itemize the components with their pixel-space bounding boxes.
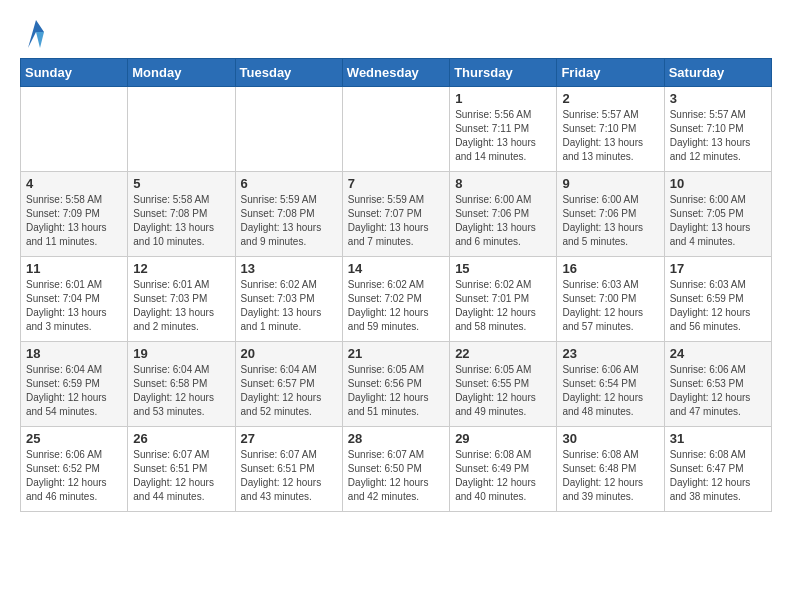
day-cell: 27Sunrise: 6:07 AM Sunset: 6:51 PM Dayli…	[235, 427, 342, 512]
day-info: Sunrise: 6:07 AM Sunset: 6:51 PM Dayligh…	[133, 448, 229, 504]
day-info: Sunrise: 5:58 AM Sunset: 7:09 PM Dayligh…	[26, 193, 122, 249]
day-cell: 10Sunrise: 6:00 AM Sunset: 7:05 PM Dayli…	[664, 172, 771, 257]
day-info: Sunrise: 5:57 AM Sunset: 7:10 PM Dayligh…	[670, 108, 766, 164]
day-info: Sunrise: 6:04 AM Sunset: 6:57 PM Dayligh…	[241, 363, 337, 419]
day-cell: 12Sunrise: 6:01 AM Sunset: 7:03 PM Dayli…	[128, 257, 235, 342]
header-row: SundayMondayTuesdayWednesdayThursdayFrid…	[21, 59, 772, 87]
day-cell: 7Sunrise: 5:59 AM Sunset: 7:07 PM Daylig…	[342, 172, 449, 257]
day-info: Sunrise: 6:02 AM Sunset: 7:02 PM Dayligh…	[348, 278, 444, 334]
day-cell: 31Sunrise: 6:08 AM Sunset: 6:47 PM Dayli…	[664, 427, 771, 512]
day-number: 1	[455, 91, 551, 106]
day-number: 28	[348, 431, 444, 446]
day-cell: 23Sunrise: 6:06 AM Sunset: 6:54 PM Dayli…	[557, 342, 664, 427]
day-info: Sunrise: 6:01 AM Sunset: 7:04 PM Dayligh…	[26, 278, 122, 334]
day-cell	[235, 87, 342, 172]
day-info: Sunrise: 6:08 AM Sunset: 6:49 PM Dayligh…	[455, 448, 551, 504]
day-number: 20	[241, 346, 337, 361]
day-info: Sunrise: 6:05 AM Sunset: 6:55 PM Dayligh…	[455, 363, 551, 419]
col-header-wednesday: Wednesday	[342, 59, 449, 87]
day-cell: 9Sunrise: 6:00 AM Sunset: 7:06 PM Daylig…	[557, 172, 664, 257]
day-number: 24	[670, 346, 766, 361]
day-cell: 6Sunrise: 5:59 AM Sunset: 7:08 PM Daylig…	[235, 172, 342, 257]
day-info: Sunrise: 6:00 AM Sunset: 7:06 PM Dayligh…	[455, 193, 551, 249]
day-cell: 26Sunrise: 6:07 AM Sunset: 6:51 PM Dayli…	[128, 427, 235, 512]
day-cell	[21, 87, 128, 172]
week-row-2: 4Sunrise: 5:58 AM Sunset: 7:09 PM Daylig…	[21, 172, 772, 257]
week-row-5: 25Sunrise: 6:06 AM Sunset: 6:52 PM Dayli…	[21, 427, 772, 512]
day-number: 22	[455, 346, 551, 361]
day-info: Sunrise: 6:02 AM Sunset: 7:03 PM Dayligh…	[241, 278, 337, 334]
day-number: 5	[133, 176, 229, 191]
day-cell	[342, 87, 449, 172]
day-number: 29	[455, 431, 551, 446]
day-info: Sunrise: 6:00 AM Sunset: 7:05 PM Dayligh…	[670, 193, 766, 249]
day-cell: 20Sunrise: 6:04 AM Sunset: 6:57 PM Dayli…	[235, 342, 342, 427]
day-number: 16	[562, 261, 658, 276]
day-info: Sunrise: 6:07 AM Sunset: 6:50 PM Dayligh…	[348, 448, 444, 504]
day-cell: 3Sunrise: 5:57 AM Sunset: 7:10 PM Daylig…	[664, 87, 771, 172]
week-row-3: 11Sunrise: 6:01 AM Sunset: 7:04 PM Dayli…	[21, 257, 772, 342]
day-number: 2	[562, 91, 658, 106]
day-info: Sunrise: 6:00 AM Sunset: 7:06 PM Dayligh…	[562, 193, 658, 249]
col-header-thursday: Thursday	[450, 59, 557, 87]
day-cell: 21Sunrise: 6:05 AM Sunset: 6:56 PM Dayli…	[342, 342, 449, 427]
logo-icon	[26, 20, 46, 48]
col-header-sunday: Sunday	[21, 59, 128, 87]
day-info: Sunrise: 6:08 AM Sunset: 6:48 PM Dayligh…	[562, 448, 658, 504]
day-info: Sunrise: 6:01 AM Sunset: 7:03 PM Dayligh…	[133, 278, 229, 334]
day-number: 3	[670, 91, 766, 106]
day-number: 13	[241, 261, 337, 276]
col-header-tuesday: Tuesday	[235, 59, 342, 87]
day-cell: 30Sunrise: 6:08 AM Sunset: 6:48 PM Dayli…	[557, 427, 664, 512]
day-number: 11	[26, 261, 122, 276]
day-cell: 28Sunrise: 6:07 AM Sunset: 6:50 PM Dayli…	[342, 427, 449, 512]
day-cell	[128, 87, 235, 172]
day-number: 18	[26, 346, 122, 361]
day-cell: 5Sunrise: 5:58 AM Sunset: 7:08 PM Daylig…	[128, 172, 235, 257]
day-number: 7	[348, 176, 444, 191]
day-number: 9	[562, 176, 658, 191]
day-number: 21	[348, 346, 444, 361]
day-cell: 2Sunrise: 5:57 AM Sunset: 7:10 PM Daylig…	[557, 87, 664, 172]
day-info: Sunrise: 6:03 AM Sunset: 6:59 PM Dayligh…	[670, 278, 766, 334]
day-cell: 25Sunrise: 6:06 AM Sunset: 6:52 PM Dayli…	[21, 427, 128, 512]
day-cell: 18Sunrise: 6:04 AM Sunset: 6:59 PM Dayli…	[21, 342, 128, 427]
day-number: 26	[133, 431, 229, 446]
day-cell: 14Sunrise: 6:02 AM Sunset: 7:02 PM Dayli…	[342, 257, 449, 342]
day-cell: 1Sunrise: 5:56 AM Sunset: 7:11 PM Daylig…	[450, 87, 557, 172]
logo	[20, 20, 46, 48]
day-info: Sunrise: 5:58 AM Sunset: 7:08 PM Dayligh…	[133, 193, 229, 249]
day-number: 12	[133, 261, 229, 276]
day-info: Sunrise: 5:57 AM Sunset: 7:10 PM Dayligh…	[562, 108, 658, 164]
week-row-1: 1Sunrise: 5:56 AM Sunset: 7:11 PM Daylig…	[21, 87, 772, 172]
day-info: Sunrise: 5:59 AM Sunset: 7:07 PM Dayligh…	[348, 193, 444, 249]
day-number: 19	[133, 346, 229, 361]
col-header-friday: Friday	[557, 59, 664, 87]
day-number: 25	[26, 431, 122, 446]
page-header	[20, 20, 772, 48]
day-number: 17	[670, 261, 766, 276]
day-info: Sunrise: 6:06 AM Sunset: 6:53 PM Dayligh…	[670, 363, 766, 419]
day-info: Sunrise: 6:03 AM Sunset: 7:00 PM Dayligh…	[562, 278, 658, 334]
day-number: 15	[455, 261, 551, 276]
day-number: 4	[26, 176, 122, 191]
day-number: 14	[348, 261, 444, 276]
day-info: Sunrise: 5:56 AM Sunset: 7:11 PM Dayligh…	[455, 108, 551, 164]
day-cell: 24Sunrise: 6:06 AM Sunset: 6:53 PM Dayli…	[664, 342, 771, 427]
day-info: Sunrise: 6:04 AM Sunset: 6:58 PM Dayligh…	[133, 363, 229, 419]
day-info: Sunrise: 6:08 AM Sunset: 6:47 PM Dayligh…	[670, 448, 766, 504]
svg-marker-1	[36, 32, 44, 48]
day-number: 6	[241, 176, 337, 191]
day-number: 23	[562, 346, 658, 361]
day-cell: 19Sunrise: 6:04 AM Sunset: 6:58 PM Dayli…	[128, 342, 235, 427]
day-number: 30	[562, 431, 658, 446]
day-cell: 13Sunrise: 6:02 AM Sunset: 7:03 PM Dayli…	[235, 257, 342, 342]
day-number: 27	[241, 431, 337, 446]
day-cell: 15Sunrise: 6:02 AM Sunset: 7:01 PM Dayli…	[450, 257, 557, 342]
day-cell: 17Sunrise: 6:03 AM Sunset: 6:59 PM Dayli…	[664, 257, 771, 342]
day-cell: 11Sunrise: 6:01 AM Sunset: 7:04 PM Dayli…	[21, 257, 128, 342]
col-header-monday: Monday	[128, 59, 235, 87]
week-row-4: 18Sunrise: 6:04 AM Sunset: 6:59 PM Dayli…	[21, 342, 772, 427]
day-info: Sunrise: 5:59 AM Sunset: 7:08 PM Dayligh…	[241, 193, 337, 249]
day-info: Sunrise: 6:05 AM Sunset: 6:56 PM Dayligh…	[348, 363, 444, 419]
